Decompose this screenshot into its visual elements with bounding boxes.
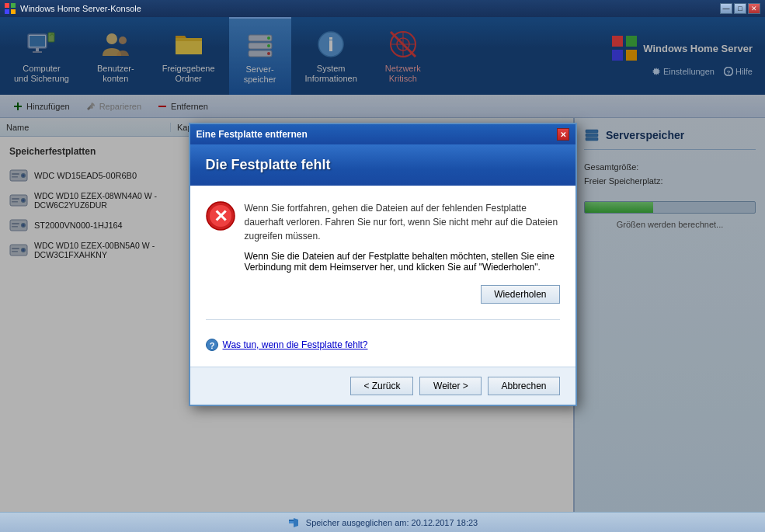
dialog: Eine Festplatte entfernen ✕ Die Festplat… [189,123,577,406]
svg-marker-62 [294,518,298,527]
dialog-overlay: Eine Festplatte entfernen ✕ Die Festplat… [0,17,765,512]
back-button[interactable]: < Zurück [350,377,413,395]
svg-text:?: ? [209,341,214,350]
cancel-button[interactable]: Abbrechen [488,377,559,395]
svg-text:✕: ✕ [214,207,228,226]
dialog-body: ✕ Wenn Sie fortfahren, gehen die Dateien… [190,186,575,367]
app-icon [5,3,16,14]
svg-rect-2 [5,9,9,14]
window-title: Windows Home Server-Konsole [20,4,141,13]
dialog-message-1: Wenn Sie fortfahren, gehen die Dateien a… [245,201,560,243]
title-bar: Windows Home Server-Konsole — □ ✕ [0,0,765,17]
status-bar: Speicher ausgeglichen am: 20.12.2017 18:… [0,512,765,532]
dialog-close-button[interactable]: ✕ [557,128,569,141]
svg-rect-3 [11,9,16,14]
dialog-title-text: Eine Festplatte entfernen [196,129,308,140]
restore-button[interactable]: □ [734,3,746,14]
minimize-button[interactable]: — [720,3,732,14]
status-icon [287,516,300,529]
dialog-footer: < Zurück Weiter > Abbrechen [190,367,575,405]
next-button[interactable]: Weiter > [419,377,482,395]
svg-rect-1 [11,3,16,8]
dialog-message-2: Wenn Sie die Dateien auf der Festplatte … [245,251,560,273]
dialog-message-area: ✕ Wenn Sie fortfahren, gehen die Dateien… [206,201,560,273]
help-link[interactable]: ? Was tun, wenn die Festplatte fehlt? [206,339,560,351]
help-link-text: Was tun, wenn die Festplatte fehlt? [223,339,368,350]
retry-button[interactable]: Wiederholen [481,285,559,304]
svg-rect-0 [5,3,9,8]
dialog-text-content: Wenn Sie fortfahren, gehen die Dateien a… [245,201,560,273]
dialog-header: Die Festplatte fehlt [190,144,575,186]
error-icon: ✕ [206,201,235,231]
retry-area: Wiederholen [206,285,560,313]
dialog-titlebar: Eine Festplatte entfernen ✕ [190,124,575,144]
help-circle-icon: ? [206,339,218,351]
dialog-header-title: Die Festplatte fehlt [206,157,560,173]
help-link-area: ? Was tun, wenn die Festplatte fehlt? [206,319,560,351]
status-text: Speicher ausgeglichen am: 20.12.2017 18:… [306,518,478,527]
close-button[interactable]: ✕ [748,3,760,14]
